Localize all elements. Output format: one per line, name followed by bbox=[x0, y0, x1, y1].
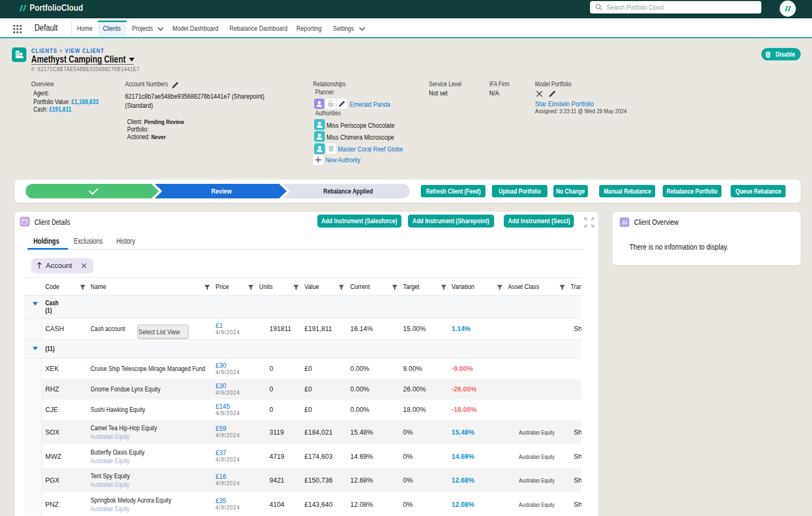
svg-text:Rebalance Applied: Rebalance Applied bbox=[323, 188, 373, 195]
svg-text:Review: Review bbox=[211, 188, 232, 195]
